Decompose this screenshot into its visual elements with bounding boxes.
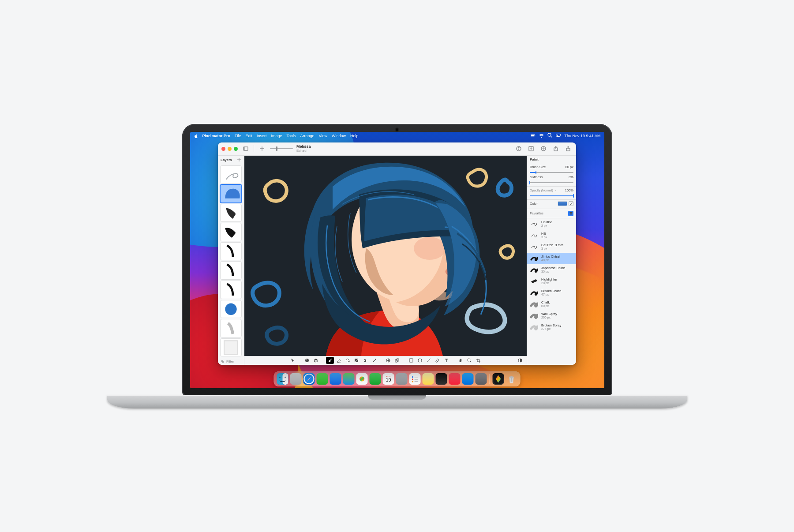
dock-appstore[interactable] bbox=[462, 373, 474, 385]
tool-clone[interactable] bbox=[393, 357, 401, 364]
menubar: Pixelmator Pro FileEditInsertImageToolsA… bbox=[190, 132, 604, 140]
minimize-button[interactable] bbox=[228, 147, 232, 151]
layer-sketch[interactable] bbox=[220, 165, 242, 184]
tool-hand[interactable] bbox=[457, 357, 464, 364]
export-button[interactable] bbox=[551, 144, 560, 153]
tool-crop[interactable] bbox=[474, 357, 482, 364]
menubar-app-name[interactable]: Pixelmator Pro bbox=[202, 134, 231, 138]
fullscreen-button[interactable] bbox=[234, 147, 238, 151]
layer-paper[interactable] bbox=[220, 338, 242, 357]
menu-tools[interactable]: Tools bbox=[287, 134, 296, 138]
tool-style[interactable] bbox=[303, 357, 311, 364]
layer-strand1[interactable] bbox=[220, 242, 242, 261]
spotlight-icon[interactable] bbox=[547, 133, 552, 139]
brush-jimbo-chisel[interactable]: Jimbo Chisel40 px bbox=[527, 253, 576, 264]
tool-color-adjust[interactable] bbox=[516, 357, 524, 364]
brush-broken-brush[interactable]: Broken Brush47 px bbox=[527, 287, 576, 299]
layer-strand3[interactable] bbox=[220, 281, 242, 299]
tool-text[interactable] bbox=[442, 357, 450, 364]
softness-value: 0% bbox=[569, 175, 573, 179]
brush-size-slider[interactable] bbox=[530, 171, 573, 174]
brush-hairline[interactable]: Hairline2 px bbox=[527, 218, 576, 230]
menu-file[interactable]: File bbox=[235, 134, 241, 138]
apple-menu[interactable] bbox=[194, 134, 198, 138]
menu-edit[interactable]: Edit bbox=[246, 134, 253, 138]
close-button[interactable] bbox=[221, 147, 225, 151]
menubar-clock[interactable]: Thu Nov 19 9:41 AM bbox=[564, 134, 600, 138]
dock-launchpad[interactable] bbox=[290, 373, 302, 385]
battery-icon[interactable] bbox=[531, 133, 536, 139]
add-layer-button[interactable] bbox=[258, 144, 266, 153]
camera bbox=[396, 128, 398, 131]
layer-neck[interactable] bbox=[220, 319, 242, 337]
tool-arrow[interactable] bbox=[289, 357, 297, 364]
menu-view[interactable]: View bbox=[319, 134, 327, 138]
brush-japanese-brush[interactable]: Japanese Brush35 px bbox=[527, 264, 576, 276]
brush-broken-spray[interactable]: Broken Spray276 px bbox=[527, 322, 576, 333]
control-center-icon[interactable] bbox=[556, 133, 561, 139]
dock-mail[interactable] bbox=[330, 373, 341, 385]
softness-slider[interactable] bbox=[530, 181, 573, 184]
layers-header: Layers bbox=[218, 156, 244, 165]
layer-hair-dark[interactable] bbox=[220, 223, 242, 241]
menu-window[interactable]: Window bbox=[332, 134, 346, 138]
tool-paint[interactable] bbox=[326, 357, 334, 364]
color-swatch[interactable] bbox=[558, 201, 567, 206]
layer-head[interactable] bbox=[220, 300, 242, 318]
dock-photos[interactable] bbox=[356, 373, 368, 385]
tool-zoom[interactable] bbox=[465, 357, 473, 364]
layer-hair-bg[interactable] bbox=[220, 184, 242, 203]
brush-chalk[interactable]: Chalk60 px bbox=[527, 299, 576, 310]
dock-reminders[interactable] bbox=[409, 373, 421, 385]
layers-footer[interactable]: Filter bbox=[218, 358, 244, 365]
tool-erase[interactable] bbox=[335, 357, 343, 364]
dock-preferences[interactable] bbox=[476, 373, 487, 385]
tool-smudge[interactable] bbox=[361, 357, 369, 364]
tool-line[interactable] bbox=[425, 357, 433, 364]
tool-color-pick[interactable] bbox=[370, 357, 378, 364]
brush-hb[interactable]: HB3 px bbox=[527, 230, 576, 241]
menu-arrange[interactable]: Arrange bbox=[300, 134, 315, 138]
dock-tv[interactable] bbox=[436, 373, 447, 385]
wifi-icon[interactable] bbox=[539, 133, 544, 139]
zoom-slider[interactable] bbox=[270, 146, 293, 152]
tool-ellipse[interactable] bbox=[416, 357, 424, 364]
dock-facetime[interactable] bbox=[370, 373, 381, 385]
tool-repair[interactable] bbox=[384, 357, 392, 364]
dock-messages[interactable] bbox=[317, 373, 328, 385]
dock-calendar[interactable]: NOV19 bbox=[383, 373, 394, 385]
menu-image[interactable]: Image bbox=[271, 134, 282, 138]
dock-contacts[interactable] bbox=[396, 373, 408, 385]
brush-gel-pen-3-mm[interactable]: Gel Pen .3 mm3 px bbox=[527, 241, 576, 253]
tool-shape[interactable] bbox=[407, 357, 415, 364]
svg-point-37 bbox=[279, 376, 280, 377]
opacity-mode[interactable]: Opacity (Normal) bbox=[530, 189, 557, 192]
toggle-sidebar-button[interactable] bbox=[241, 144, 250, 153]
dock-finder[interactable] bbox=[277, 373, 288, 385]
tool-gradient[interactable] bbox=[352, 357, 360, 364]
opacity-slider[interactable] bbox=[530, 194, 573, 198]
tool-pen[interactable] bbox=[434, 357, 442, 364]
info-button[interactable] bbox=[514, 144, 523, 153]
brush-highlighter[interactable]: Highlighter28 px bbox=[527, 276, 576, 287]
dock-trash[interactable] bbox=[506, 373, 517, 385]
dock-maps[interactable] bbox=[343, 373, 355, 385]
brush-picker-button[interactable] bbox=[568, 211, 573, 216]
color-picker-button[interactable] bbox=[569, 201, 573, 206]
brush-wall-spray[interactable]: Wall Spray200 px bbox=[527, 310, 576, 322]
tool-arrange[interactable] bbox=[312, 357, 320, 364]
share-button[interactable] bbox=[564, 144, 573, 153]
tool-fill[interactable] bbox=[344, 357, 352, 364]
dock-safari[interactable] bbox=[303, 373, 315, 385]
canvas[interactable] bbox=[244, 156, 527, 356]
layer-strand2[interactable] bbox=[220, 261, 242, 280]
dock-pixelmator[interactable] bbox=[493, 373, 504, 385]
layer-hair-front[interactable] bbox=[220, 204, 242, 222]
color-adjust-button[interactable] bbox=[539, 144, 548, 153]
dock-music[interactable] bbox=[449, 373, 461, 385]
dock-notes[interactable] bbox=[423, 373, 434, 385]
menu-insert[interactable]: Insert bbox=[257, 134, 267, 138]
add-layer-icon[interactable] bbox=[237, 157, 241, 163]
effects-button[interactable] bbox=[527, 144, 536, 153]
menu-help[interactable]: Help bbox=[350, 134, 359, 138]
